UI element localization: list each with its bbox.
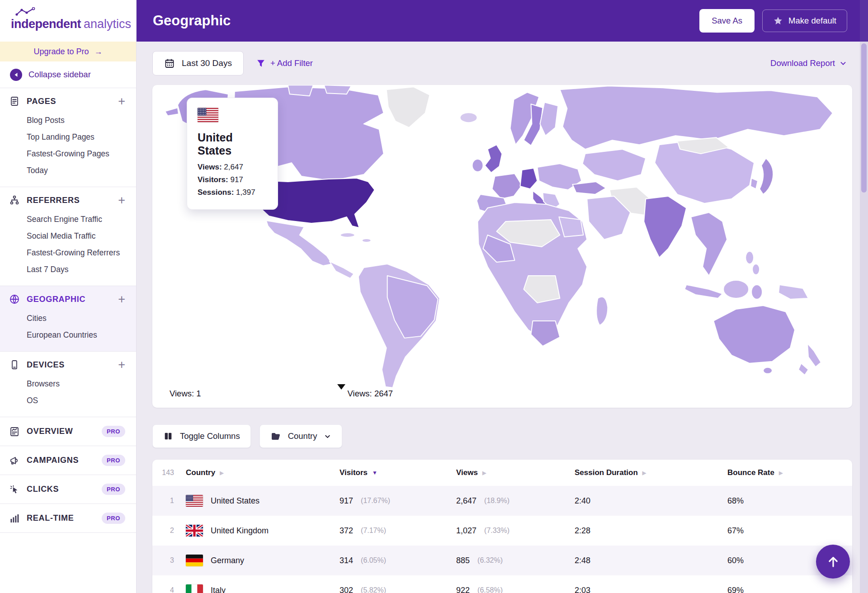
map-region-ireland <box>472 159 483 172</box>
scroll-to-top-button[interactable] <box>816 545 850 579</box>
chevron-down-icon <box>324 433 331 440</box>
sidebar-section-header-geographic[interactable]: GEOGRAPHIC+ <box>9 294 125 305</box>
column-label: Visitors <box>340 468 368 477</box>
sidebar-item-social-media-traffic[interactable]: Social Media Traffic <box>27 228 125 245</box>
sidebar-item-cities[interactable]: Cities <box>27 310 125 327</box>
sidebar-item-search-engine-traffic[interactable]: Search Engine Traffic <box>27 211 125 228</box>
sidebar-section-geographic: GEOGRAPHIC+CitiesEuropean Countries <box>0 286 136 351</box>
sidebar-section-pages: PAGES+Blog PostsTop Landing PagesFastest… <box>0 88 136 187</box>
add-report-plus-icon[interactable]: + <box>118 196 125 205</box>
sidebar-item-browsers[interactable]: Browsers <box>27 376 125 392</box>
sidebar-section-header-devices[interactable]: DEVICES+ <box>9 359 125 370</box>
brand-name-light: analytics <box>84 17 131 31</box>
column-label: Bounce Rate <box>727 468 774 477</box>
page-scrollbar[interactable] <box>860 0 868 593</box>
table-row-united-kingdom[interactable]: 2United Kingdom372(7.17%)1,027(7.33%)2:2… <box>152 516 852 546</box>
cell-views: 2,647(18.9%) <box>454 496 573 506</box>
save-as-button[interactable]: Save As <box>699 9 755 33</box>
toggle-columns-button[interactable]: Toggle Columns <box>152 424 251 448</box>
make-default-button[interactable]: Make default <box>762 9 847 32</box>
map-region-new-guinea <box>778 285 808 299</box>
map-region-india <box>644 196 686 258</box>
collapse-sidebar-button[interactable]: Collapse sidebar <box>0 61 136 88</box>
map-region-japan <box>760 158 773 194</box>
column-header-views[interactable]: Views▶ <box>454 468 573 477</box>
table-controls: Toggle Columns Country <box>152 424 852 448</box>
pro-badge: PRO <box>102 513 125 524</box>
sidebar-item-fastest-growing-referrers[interactable]: Fastest-Growing Referrers <box>27 245 125 261</box>
cell-session-duration: 2:48 <box>573 556 726 565</box>
map-region-cuba <box>340 233 355 237</box>
it-flag-icon <box>186 584 203 593</box>
chevron-down-icon <box>839 59 847 67</box>
views-percent: (7.33%) <box>484 527 509 535</box>
legend-gradient-bar <box>208 390 341 397</box>
column-label: Views <box>456 468 478 477</box>
brand-name-bold: independent <box>11 17 81 31</box>
map-region-philippines-2 <box>752 264 760 275</box>
countries-table: 143Country▶Visitors▼Views▶Session Durati… <box>152 460 852 593</box>
sidebar-section-header-clicks[interactable]: CLICKSPRO <box>9 484 125 495</box>
scrollbar-thumb[interactable] <box>861 43 867 193</box>
sidebar: independentanalytics Upgrade to Pro → Co… <box>0 0 137 593</box>
table-row-united-states[interactable]: 1United States917(17.67%)2,647(18.9%)2:4… <box>152 486 852 516</box>
add-filter-button[interactable]: + Add Filter <box>256 58 313 68</box>
date-range-button[interactable]: Last 30 Days <box>152 51 244 75</box>
map-legend: Views: 1 Views: 2647 <box>170 389 393 399</box>
sidebar-item-blog-posts[interactable]: Blog Posts <box>27 112 125 129</box>
add-report-plus-icon[interactable]: + <box>118 360 125 369</box>
download-report-button[interactable]: Download Report <box>770 58 847 68</box>
sidebar-section-label: CAMPAIGNS <box>27 456 102 465</box>
page-title: Geographic <box>153 13 699 29</box>
sidebar-item-os[interactable]: OS <box>27 392 125 409</box>
cell-country: Germany <box>184 555 338 566</box>
us-flag-icon <box>198 108 218 122</box>
legend-max-label: Views: 2647 <box>348 389 393 399</box>
pro-badge: PRO <box>102 455 125 466</box>
column-header-country[interactable]: Country▶ <box>184 468 338 477</box>
country-name: United Kingdom <box>211 526 269 536</box>
sidebar-item-last-7-days[interactable]: Last 7 Days <box>27 261 125 278</box>
table-row-germany[interactable]: 3Germany314(6.05%)885(6.32%)2:4860% <box>152 546 852 575</box>
star-icon <box>773 16 783 26</box>
referrers-icon <box>9 195 20 206</box>
row-rank: 3 <box>152 556 184 565</box>
views-percent: (6.58%) <box>477 586 503 593</box>
sidebar-section-header-referrers[interactable]: REFERRERS+ <box>9 195 125 206</box>
column-header-bounce-rate[interactable]: Bounce Rate▶ <box>726 468 852 477</box>
row-rank: 1 <box>152 497 184 505</box>
tooltip-views: Views: 2,647 <box>198 163 267 172</box>
map-region-southeast-asia <box>691 212 727 276</box>
sidebar-section-header-pages[interactable]: PAGES+ <box>9 96 125 107</box>
sidebar-item-fastest-growing-pages[interactable]: Fastest-Growing Pages <box>27 146 125 162</box>
add-report-plus-icon[interactable]: + <box>118 97 125 106</box>
sidebar-section-header-campaigns[interactable]: CAMPAIGNSPRO <box>9 455 125 466</box>
toolbar: Last 30 Days + Add Filter Download Repor… <box>137 42 868 85</box>
pages-icon <box>9 96 20 107</box>
sidebar-item-top-landing-pages[interactable]: Top Landing Pages <box>27 129 125 146</box>
sidebar-section-label: DEVICES <box>27 360 118 370</box>
add-report-plus-icon[interactable]: + <box>118 295 125 304</box>
table-row-italy[interactable]: 4Italy302(5.82%)922(6.58%)2:0369% <box>152 575 852 593</box>
views-value: 885 <box>456 556 470 565</box>
map-region-tasmania <box>763 367 772 374</box>
country-name: Italy <box>211 586 226 593</box>
sidebar-section-header-overview[interactable]: OVERVIEWPRO <box>9 426 125 437</box>
upgrade-to-pro-button[interactable]: Upgrade to Pro → <box>0 42 136 61</box>
brand-logo[interactable]: independentanalytics <box>0 0 136 42</box>
sidebar-item-today[interactable]: Today <box>27 162 125 179</box>
sidebar-section-header-real-time[interactable]: REAL-TIMEPRO <box>9 513 125 524</box>
sidebar-item-european-countries[interactable]: European Countries <box>27 327 125 344</box>
map-region-turkey <box>572 182 606 194</box>
table-header-row: 143Country▶Visitors▼Views▶Session Durati… <box>152 460 852 486</box>
map-region-sulawesi <box>751 285 762 299</box>
map-region-arctic-1 <box>288 85 313 96</box>
map-region-australia <box>713 306 795 363</box>
map-tooltip: United States Views: 2,647 Visitors: 917… <box>187 98 278 210</box>
sidebar-section-real-time: REAL-TIMEPRO <box>0 504 136 533</box>
column-header-visitors[interactable]: Visitors▼ <box>338 468 454 477</box>
column-header-session-duration[interactable]: Session Duration▶ <box>573 468 726 477</box>
sort-arrow-icon: ▶ <box>642 470 646 476</box>
group-by-button[interactable]: Country <box>259 424 343 448</box>
country-name: Germany <box>211 556 244 565</box>
